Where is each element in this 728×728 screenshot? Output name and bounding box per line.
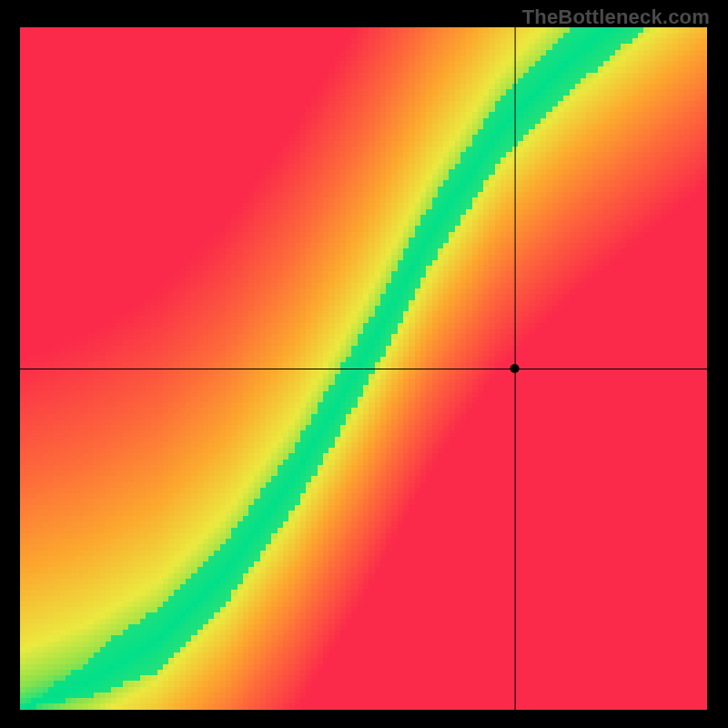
heatmap-canvas — [20, 27, 707, 710]
heatmap-plot — [20, 27, 707, 710]
watermark-text: TheBottleneck.com — [522, 5, 710, 29]
chart-frame: TheBottleneck.com — [0, 0, 728, 728]
